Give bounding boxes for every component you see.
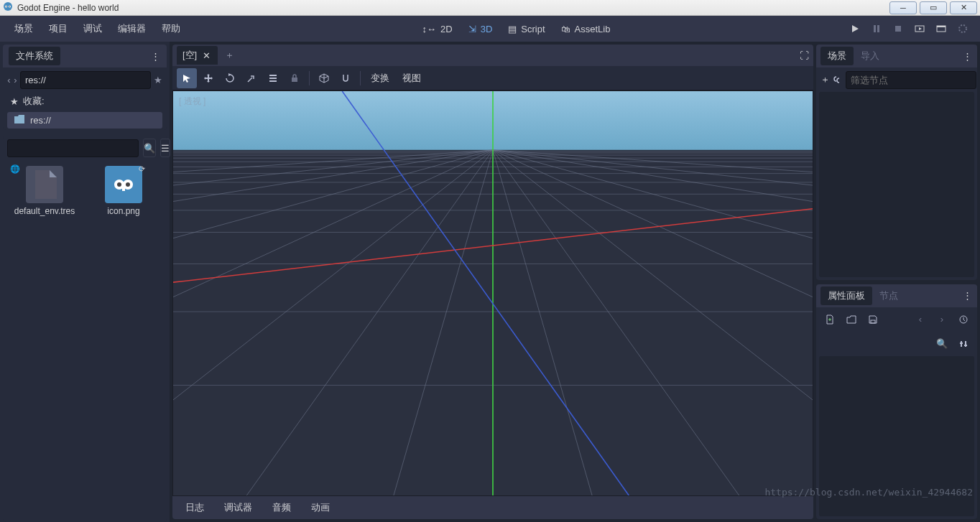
svg-rect-10: [937, 26, 946, 27]
import-tab[interactable]: 导入: [854, 47, 887, 65]
rotate-tool[interactable]: [220, 68, 240, 88]
history-button[interactable]: [954, 310, 973, 329]
bottom-tab-output[interactable]: 日志: [177, 498, 213, 517]
move-tool[interactable]: [198, 68, 218, 88]
close-button[interactable]: ✕: [950, 1, 977, 14]
nav-back-button[interactable]: ‹: [7, 70, 11, 89]
svg-point-3: [6, 6, 6, 6]
stop-button[interactable]: [888, 19, 908, 39]
panel-menu-icon[interactable]: ⋮: [151, 51, 161, 62]
scene-tab[interactable]: 场景: [820, 47, 854, 65]
instance-button[interactable]: [833, 70, 843, 89]
svg-point-58: [960, 316, 967, 323]
load-resource-button[interactable]: [842, 310, 861, 329]
play-scene-button[interactable]: [910, 19, 930, 39]
list-select-tool[interactable]: [263, 68, 283, 88]
svg-point-15: [126, 182, 130, 187]
viewport-3d[interactable]: [ 透视 ]: [172, 90, 813, 496]
bottom-tab-debugger[interactable]: 调试器: [216, 498, 261, 517]
axis-3d-icon: ⇲: [468, 24, 476, 34]
favorite-button[interactable]: ★: [154, 70, 162, 89]
history-forward-button[interactable]: ›: [933, 310, 951, 329]
svg-line-47: [493, 150, 739, 495]
search-icon[interactable]: 🔍: [933, 335, 951, 353]
list-view-toggle[interactable]: ☰: [160, 139, 170, 157]
svg-line-48: [394, 150, 493, 495]
search-icon[interactable]: 🔍: [143, 139, 156, 157]
pause-button[interactable]: [866, 19, 887, 39]
node-tab[interactable]: 节点: [872, 286, 905, 305]
scene-tab[interactable]: [空] ✕: [177, 46, 218, 65]
nav-forward-button[interactable]: ›: [14, 70, 17, 89]
svg-line-50: [173, 150, 493, 172]
svg-rect-17: [269, 75, 277, 76]
play-button[interactable]: [845, 19, 865, 39]
axis-2d-icon: ↕↔: [422, 24, 437, 34]
svg-point-2: [9, 5, 11, 7]
workspace-script[interactable]: ▤ Script: [501, 19, 552, 39]
svg-line-40: [173, 150, 493, 238]
svg-rect-60: [965, 341, 966, 347]
menu-help[interactable]: 帮助: [154, 18, 188, 39]
globe-icon: 🌐: [10, 164, 20, 174]
scene-tree[interactable]: [819, 92, 974, 277]
snap-tool[interactable]: [336, 68, 356, 88]
cube-tool[interactable]: [314, 68, 334, 88]
save-resource-button[interactable]: [864, 310, 882, 329]
menu-scene[interactable]: 场景: [7, 18, 40, 39]
perspective-label[interactable]: [ 透视 ]: [179, 95, 205, 108]
transform-menu[interactable]: 变换: [365, 69, 395, 88]
filesystem-root-item[interactable]: res://: [7, 112, 162, 129]
viewport-toolbar: 变换 视图: [172, 66, 813, 90]
file-item[interactable]: ⟳ icon.png: [88, 166, 160, 216]
workspace-3d[interactable]: ⇲ 3D: [461, 19, 500, 39]
close-tab-icon[interactable]: ✕: [201, 50, 212, 61]
bottom-tab-animation[interactable]: 动画: [302, 498, 338, 517]
menu-editor[interactable]: 编辑器: [111, 18, 153, 39]
left-dock: 文件系统 ⋮ ‹ › ★ ★ 收藏: res://: [0, 42, 170, 522]
filesystem-tab[interactable]: 文件系统: [9, 47, 60, 65]
path-input[interactable]: [20, 71, 151, 89]
lock-tool[interactable]: [285, 68, 305, 88]
svg-rect-20: [292, 78, 297, 82]
panel-menu-icon[interactable]: ⋮: [963, 290, 973, 301]
workspace-assetlib[interactable]: 🛍 AssetLib: [554, 19, 618, 39]
file-search-input[interactable]: [7, 139, 139, 157]
menu-project[interactable]: 项目: [42, 18, 75, 39]
svg-line-51: [493, 150, 813, 172]
svg-line-42: [173, 150, 493, 297]
file-item[interactable]: 🌐 default_env.tres: [9, 166, 80, 216]
star-icon: ★: [10, 96, 19, 107]
workspace-2d[interactable]: ↕↔ 2D: [415, 19, 460, 39]
history-back-button[interactable]: ‹: [911, 310, 930, 329]
scale-tool[interactable]: [241, 68, 262, 88]
bottom-tab-audio[interactable]: 音频: [264, 498, 300, 517]
filter-nodes-input[interactable]: [846, 71, 976, 89]
filesystem-files-panel: 🔍 ☰ 🌐 default_env.tres ⟳ icon.png: [3, 136, 167, 522]
env-thumb: [26, 166, 63, 203]
new-resource-button[interactable]: [820, 310, 839, 329]
svg-line-43: [493, 150, 813, 297]
settings-icon[interactable]: [954, 335, 973, 353]
maximize-button[interactable]: ▭: [920, 1, 947, 14]
add-node-button[interactable]: ＋: [820, 70, 830, 89]
titlebar: Godot Engine - hello world ─ ▭ ✕: [0, 0, 980, 16]
inspector-tab[interactable]: 属性面板: [820, 286, 872, 305]
spinner-icon: [953, 19, 973, 39]
view-menu[interactable]: 视图: [397, 69, 427, 88]
minimize-button[interactable]: ─: [889, 1, 917, 14]
menu-debug[interactable]: 调试: [76, 18, 109, 39]
panel-menu-icon[interactable]: ⋮: [963, 51, 973, 62]
distraction-free-icon[interactable]: ⛶: [800, 50, 809, 61]
svg-line-56: [342, 91, 629, 495]
right-dock: 场景 导入 ⋮ ＋ 🔍 属性面板 节点 ⋮: [816, 42, 980, 522]
scene-panel: 场景 导入 ⋮ ＋ 🔍: [816, 45, 977, 280]
svg-line-49: [493, 150, 592, 495]
add-tab-button[interactable]: ＋: [219, 46, 240, 65]
play-custom-scene-button[interactable]: [931, 19, 951, 39]
select-tool[interactable]: [177, 68, 197, 88]
svg-line-44: [173, 150, 493, 400]
svg-point-11: [959, 25, 966, 32]
favorites-label: ★ 收藏:: [3, 92, 167, 111]
svg-line-41: [493, 150, 813, 238]
